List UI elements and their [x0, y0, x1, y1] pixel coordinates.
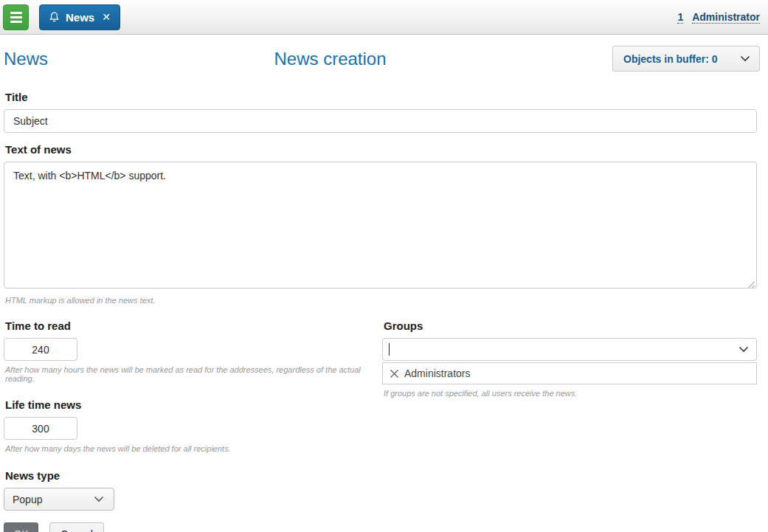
group-item-administrators[interactable]: Administrators — [383, 363, 756, 384]
form-buttons: OK Cancel — [4, 522, 375, 532]
chevron-down-icon[interactable] — [738, 346, 749, 353]
buffer-dropdown[interactable]: Objects in buffer: 0 — [612, 46, 760, 72]
cancel-button[interactable]: Cancel — [49, 522, 104, 532]
two-column-area: Time to read After how many hours the ne… — [4, 309, 757, 532]
life-time-input[interactable] — [4, 417, 77, 440]
header-row: News News creation Objects in buffer: 0 — [0, 35, 768, 72]
page-title-wrap: News creation — [48, 49, 612, 69]
life-time-label: Life time news — [5, 398, 375, 411]
news-type-select[interactable]: Popup — [4, 488, 114, 511]
section-title: News — [4, 49, 48, 69]
news-creation-form: Title Text of news Text, with <b>HTML</b… — [0, 72, 768, 532]
ok-button[interactable]: OK — [4, 522, 38, 532]
tab-close-icon[interactable]: ✕ — [102, 11, 111, 23]
text-hint: HTML markup is allowed in the news text. — [5, 296, 757, 305]
groups-combobox[interactable] — [382, 338, 757, 361]
topbar: News ✕ 1 Administrator — [0, 0, 768, 35]
menu-button[interactable] — [3, 4, 29, 30]
textarea-wrap: Text, with <b>HTML</b> support. — [4, 162, 757, 291]
news-type-label: News type — [5, 469, 375, 482]
session-count-link[interactable]: 1 — [677, 11, 683, 24]
news-type-value: Popup — [13, 494, 42, 505]
time-to-read-hint: After how many hours the news will be ma… — [5, 365, 375, 383]
hamburger-icon — [10, 12, 22, 23]
user-area: 1 Administrator — [677, 11, 760, 24]
text-of-news-label: Text of news — [5, 143, 757, 156]
time-to-read-input[interactable] — [4, 338, 77, 361]
username-link[interactable]: Administrator — [692, 11, 760, 24]
time-to-read-label: Time to read — [5, 319, 375, 332]
text-cursor — [389, 343, 390, 356]
life-time-hint: After how many days the news will be del… — [5, 444, 375, 453]
tab-news[interactable]: News ✕ — [39, 4, 120, 30]
groups-label: Groups — [384, 319, 757, 332]
remove-x-icon[interactable] — [390, 369, 399, 379]
groups-hint: If groups are not specified, all users r… — [384, 389, 757, 398]
chevron-down-icon — [94, 496, 104, 502]
groups-selected-list: Administrators — [382, 362, 757, 384]
page-title: News creation — [274, 49, 386, 69]
buffer-label: Objects in buffer: 0 — [623, 53, 718, 65]
tab-news-label: News — [66, 11, 94, 24]
news-text-area[interactable]: Text, with <b>HTML</b> support. — [4, 162, 757, 289]
title-label: Title — [5, 91, 757, 103]
left-column: Time to read After how many hours the ne… — [4, 309, 375, 532]
chevron-down-icon — [740, 55, 750, 62]
title-input[interactable] — [4, 109, 757, 133]
group-item-label: Administrators — [404, 367, 470, 379]
bell-icon — [49, 11, 60, 23]
right-column: Groups Administrators If groups are not … — [382, 309, 757, 532]
